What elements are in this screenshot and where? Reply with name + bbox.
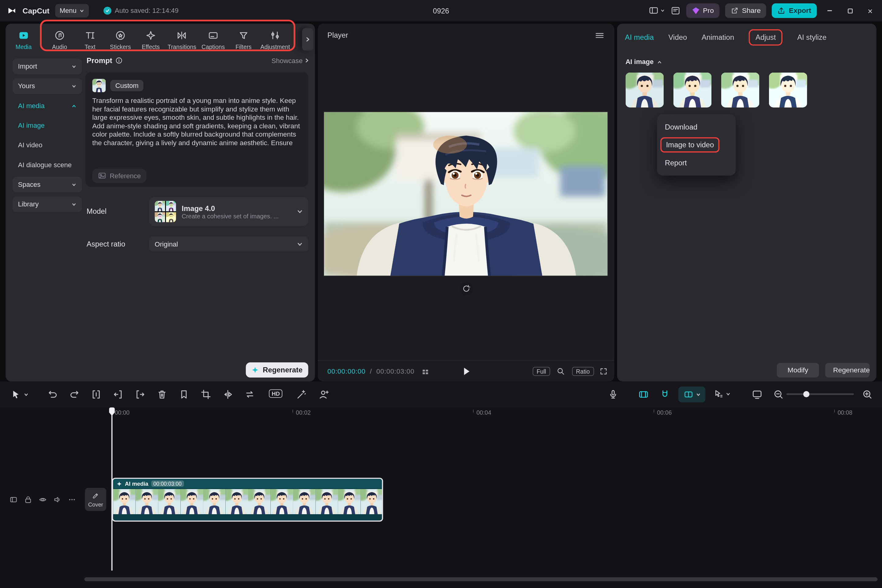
tab-animation[interactable]: Animation: [702, 33, 734, 42]
ruler-label: 00:04: [477, 409, 491, 416]
tab-audio[interactable]: Audio: [46, 30, 73, 50]
panel-notes-icon[interactable]: [670, 6, 681, 16]
redo-icon[interactable]: [69, 389, 80, 400]
reference-button[interactable]: Reference: [92, 169, 146, 183]
ratio-button[interactable]: Ratio: [572, 367, 594, 376]
timeline-zoom-slider[interactable]: [786, 393, 854, 395]
play-button[interactable]: [462, 366, 471, 376]
zoom-slider-knob[interactable]: [803, 391, 809, 397]
maximize-button[interactable]: [843, 3, 857, 18]
sidebar-item-spaces[interactable]: Spaces: [12, 177, 82, 192]
timeline-clip[interactable]: AI media 00:00:03:00: [112, 478, 383, 522]
magnet-snap-icon[interactable]: [659, 389, 670, 400]
full-screen-mode-button[interactable]: Full: [532, 367, 550, 376]
sidebar-item-yours[interactable]: Yours: [12, 78, 82, 94]
tab-stickers[interactable]: Stickers: [107, 30, 134, 50]
split-clip-icon[interactable]: [91, 389, 102, 400]
chevron-down-icon: [71, 84, 76, 89]
preview-axis-icon[interactable]: [752, 389, 763, 400]
trim-left-icon[interactable]: [112, 389, 124, 400]
zoom-in-icon[interactable]: [862, 389, 873, 400]
tab-effects[interactable]: Effects: [137, 30, 164, 50]
zoom-fit-icon[interactable]: [556, 367, 566, 376]
mark-icon[interactable]: [178, 389, 190, 400]
tab-ai-stylize[interactable]: AI stylize: [797, 33, 826, 42]
cover-button[interactable]: Cover: [85, 488, 106, 511]
share-button[interactable]: Share: [725, 3, 766, 18]
layout-toggle-icon[interactable]: [648, 6, 664, 16]
ai-image-result-3[interactable]: [721, 73, 759, 108]
minimize-button[interactable]: [822, 3, 837, 18]
smart-edit-wand-icon[interactable]: [296, 389, 307, 400]
tab-ai-media[interactable]: AI media: [625, 33, 654, 42]
transitions-icon: [176, 30, 188, 41]
trim-right-icon[interactable]: [135, 389, 146, 400]
select-tool[interactable]: [10, 389, 29, 400]
refresh-preview-icon[interactable]: [460, 282, 473, 295]
player-menu-icon[interactable]: [594, 30, 604, 40]
delete-icon[interactable]: [156, 389, 168, 400]
preview-image[interactable]: [324, 112, 608, 276]
tab-media[interactable]: Media: [10, 30, 37, 50]
style-chip[interactable]: Custom: [110, 80, 144, 91]
ai-image-result-1[interactable]: [626, 73, 664, 108]
auto-snap-icon[interactable]: [638, 389, 649, 400]
pro-button[interactable]: Pro: [686, 3, 719, 18]
export-button[interactable]: Export: [772, 3, 817, 18]
main-track-icon[interactable]: [9, 495, 18, 504]
menu-item-report[interactable]: Report: [657, 154, 736, 171]
model-selector[interactable]: Image 4.0 Create a cohesive set of image…: [149, 197, 308, 226]
tab-adjustment[interactable]: Adjustment: [260, 30, 290, 50]
sidebar-item-ai-media[interactable]: AI media: [12, 98, 82, 114]
ai-image-result-2[interactable]: [674, 73, 712, 108]
tab-captions[interactable]: Captions: [200, 30, 226, 50]
sidebar-item-ai-dialogue-scene[interactable]: AI dialogue scene: [12, 157, 82, 173]
ai-image-section-label[interactable]: AI image: [626, 58, 654, 66]
tab-text[interactable]: Text: [76, 30, 104, 50]
chevron-down-icon: [24, 392, 29, 397]
prompt-regenerate-button[interactable]: Regenerate: [246, 362, 308, 378]
prompt-label: Prompt: [87, 56, 112, 65]
mirror-icon[interactable]: [222, 389, 234, 400]
playhead[interactable]: [108, 407, 115, 572]
zoom-out-icon[interactable]: [773, 389, 784, 400]
frame-grid-icon[interactable]: [422, 368, 430, 376]
replace-icon[interactable]: [244, 389, 255, 400]
tab-filters[interactable]: Filters: [230, 30, 257, 50]
prompt-card[interactable]: Custom Transform a realistic portrait of…: [86, 72, 308, 187]
showcase-link[interactable]: Showcase: [272, 57, 309, 64]
more-options-icon[interactable]: [68, 495, 76, 504]
hd-quality-button[interactable]: HD: [269, 389, 283, 398]
menu-button[interactable]: Menu: [55, 4, 89, 18]
tab-transitions[interactable]: Transitions: [168, 30, 196, 50]
menu-item-image-to-video[interactable]: Image to video: [657, 136, 736, 154]
timeline-scrollbar[interactable]: [84, 577, 878, 581]
sidebar-item-library[interactable]: Library: [12, 196, 82, 212]
fullscreen-icon[interactable]: [599, 367, 608, 376]
info-icon[interactable]: [115, 57, 123, 64]
tab-video[interactable]: Video: [669, 33, 687, 42]
mute-speaker-icon[interactable]: [53, 495, 62, 504]
visibility-eye-icon[interactable]: [38, 495, 47, 504]
tab-adjust[interactable]: Adjust: [749, 29, 783, 46]
tabs-overflow-button[interactable]: [302, 28, 313, 51]
timeline-ruler[interactable]: 00:00 00:02 00:04 00:06 00:08: [0, 407, 882, 418]
ruler-tick: [834, 410, 835, 412]
panel-regenerate-button[interactable]: Regenerate: [825, 363, 870, 378]
aspect-ratio-select[interactable]: Original: [149, 236, 308, 252]
crop-icon[interactable]: [200, 389, 212, 400]
sidebar-item-ai-video[interactable]: AI video: [12, 137, 82, 153]
select-mode-dropdown[interactable]: [713, 389, 731, 399]
character-effect-icon[interactable]: [318, 389, 330, 400]
modify-button[interactable]: Modify: [777, 363, 819, 378]
linking-mode-dropdown[interactable]: [678, 387, 705, 402]
sidebar-item-ai-image[interactable]: AI image: [12, 118, 82, 133]
voiceover-mic-icon[interactable]: [608, 389, 619, 400]
lock-track-icon[interactable]: [24, 495, 33, 504]
menu-item-download[interactable]: Download: [657, 118, 736, 136]
prompt-text[interactable]: Transform a realistic portrait of a youn…: [92, 97, 302, 164]
close-button[interactable]: ×: [863, 3, 878, 18]
undo-icon[interactable]: [47, 389, 58, 400]
ai-image-result-4[interactable]: [769, 73, 807, 108]
sidebar-item-import[interactable]: Import: [12, 58, 82, 74]
